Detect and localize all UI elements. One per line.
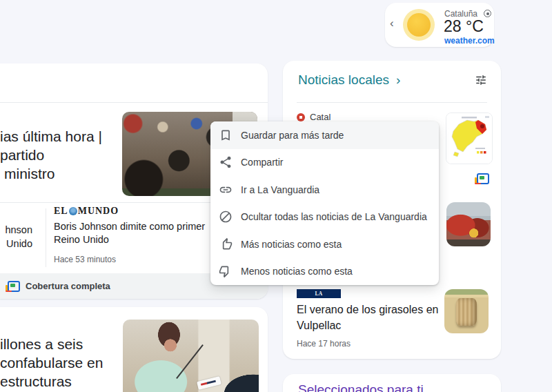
article-thumbnail-map[interactable]: [446, 112, 493, 164]
article-timestamp: Hace 53 minutos: [54, 255, 116, 264]
link-icon: [219, 183, 233, 197]
source-fragment: Catal: [310, 112, 331, 122]
divider: [297, 102, 487, 103]
weather-prev-button[interactable]: ‹: [390, 17, 394, 30]
lavanguardia-logo: LA VANGUARDIA: [297, 289, 341, 298]
weather-source-link[interactable]: weather.com: [444, 36, 495, 46]
weather-temperature: 28 °C: [444, 17, 484, 36]
share-icon: [219, 155, 233, 169]
hay-bale-shape: [456, 298, 477, 326]
article-timestamp: Hace 17 horas: [297, 339, 351, 349]
full-coverage-icon: [6, 281, 19, 291]
menu-item-fewer-like-this[interactable]: Menos noticias como esta: [210, 258, 439, 286]
bookmark-icon: [219, 128, 233, 142]
elmundo-logo: ELMUNDO: [54, 206, 119, 217]
thumb-up-icon: [219, 237, 233, 251]
menu-item-more-like-this[interactable]: Más noticias como esta: [210, 231, 439, 258]
menu-item-save[interactable]: Guardar para más tarde: [210, 121, 439, 149]
headline-fragment[interactable]: partido: [0, 146, 44, 164]
local-news-header[interactable]: Noticias locales›: [298, 72, 400, 88]
full-coverage-icon[interactable]: [475, 173, 488, 184]
sun-icon: [403, 9, 435, 41]
article-thumbnail-haybale[interactable]: [444, 289, 489, 333]
divider: [0, 102, 268, 103]
local-article-headline[interactable]: El verano de los girasoles en Vulpellac: [297, 302, 438, 333]
google-news-page: ‹ Cataluña 28 °C weather.com ias última …: [0, 0, 552, 392]
selected-for-you-header[interactable]: Seleccionados para ti: [298, 382, 424, 392]
globe-icon: [69, 207, 77, 215]
headline-fragment[interactable]: estructuras: [0, 372, 72, 391]
divider: [46, 208, 46, 267]
hidden-news-source-row[interactable]: Catal: [297, 112, 331, 122]
article-thumbnail-speaker[interactable]: [123, 320, 259, 392]
weather-widget[interactable]: ‹ Cataluña 28 °C weather.com: [385, 3, 494, 47]
menu-item-goto-source[interactable]: Ir a La Vanguardia: [210, 176, 439, 204]
headlines-card-2: illones a seis confabularse en estructur…: [0, 307, 268, 392]
source-favicon: [297, 113, 305, 121]
thumb-down-icon: [219, 264, 233, 278]
chevron-right-icon: ›: [396, 72, 400, 87]
headline-fragment[interactable]: confabularse en: [0, 353, 103, 372]
microphone-shape: [176, 344, 204, 379]
full-coverage-label: Cobertura completa: [26, 281, 110, 291]
my-location-icon[interactable]: [484, 10, 491, 17]
article-thumbnail-truck[interactable]: [446, 202, 491, 246]
selected-for-you-card: Seleccionados para ti: [283, 374, 501, 392]
tune-icon[interactable]: [475, 74, 487, 86]
block-icon: [219, 210, 233, 224]
headline-fragment[interactable]: illones a seis: [0, 335, 83, 353]
headline-fragment[interactable]: ministro: [4, 164, 55, 183]
menu-item-hide-source[interactable]: Ocultar todas las noticias de La Vanguar…: [210, 204, 439, 231]
microphone-flag-shape: [197, 376, 221, 390]
article-context-menu: Guardar para más tarde Compartir Ir a La…: [210, 121, 439, 285]
related-article-headline[interactable]: Boris Johnson dimite como primer Reino U…: [54, 220, 205, 246]
headline-fragment[interactable]: ias última hora |: [0, 127, 102, 146]
menu-item-share[interactable]: Compartir: [210, 149, 439, 177]
related-article-fragment[interactable]: hnson Unido: [0, 223, 32, 251]
